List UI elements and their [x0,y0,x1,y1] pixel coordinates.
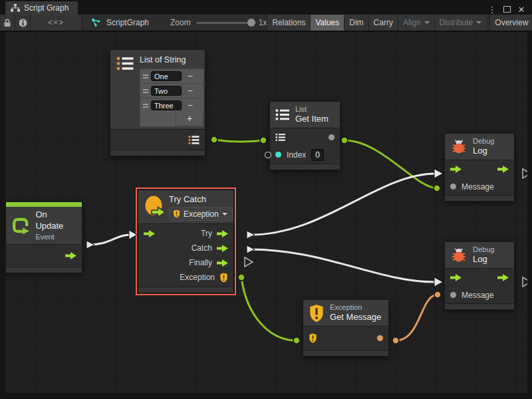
node-on-update[interactable]: On Update Event [5,201,82,273]
loop-event-icon [11,216,30,235]
list-item-row: Two − [140,84,203,98]
node-debug-log-top[interactable]: Debug Log Message [444,133,515,201]
chevron-down-icon [424,21,430,24]
node-body: Index 0 [270,128,340,164]
node-footer [303,350,388,356]
flow-row [445,269,514,287]
remove-item-button[interactable]: − [182,99,198,112]
remove-item-button[interactable]: − [182,84,198,98]
index-value-field[interactable]: 0 [311,149,324,161]
list-icon [275,108,290,121]
list-output-row [110,130,205,150]
tab-script-graph[interactable]: Script Graph [5,1,78,15]
tab-title: Script Graph [24,3,68,13]
unconnected-finally-port[interactable] [245,257,253,267]
wire-list-to-getitem [211,136,267,144]
info-icon [19,19,27,27]
unconnected-flow-port[interactable] [523,169,527,178]
list-input-port[interactable] [275,133,285,142]
relations-button[interactable]: Relations [267,15,310,31]
dim-button[interactable]: Dim [344,15,368,31]
unconnected-flow-port[interactable] [523,277,527,287]
node-title: Try Catch [169,194,206,204]
align-button[interactable]: Align [398,15,434,31]
lock-button[interactable] [0,15,15,31]
message-row: Message [445,178,514,195]
values-button[interactable]: Values [310,15,344,31]
list-output-port[interactable] [188,135,200,145]
flow-output-port[interactable] [497,274,509,281]
node-list-of-string[interactable]: List of String One − Two − Three [110,49,205,156]
message-input-port[interactable] [450,184,456,190]
node-get-message[interactable]: Exception Get Message [303,299,389,356]
exception-type-dropdown[interactable]: Exception [169,207,233,221]
node-header-text: Exception Get Message [330,303,381,323]
node-category: Exception [330,303,381,312]
finally-output-port[interactable] [217,259,228,267]
index-row: Index 0 [270,146,340,164]
message-output-port[interactable] [377,335,383,341]
window-controls: ⋮ ✕ [487,4,532,15]
toolbar-left-group: <×> [0,15,82,31]
node-body [110,130,205,150]
zoom-slider-handle[interactable] [247,19,255,27]
remove-item-button[interactable]: − [182,70,198,83]
exception-input-port[interactable] [309,333,317,343]
graph-canvas[interactable]: On Update Event Li [5,32,527,393]
drag-handle-icon[interactable] [140,74,151,78]
flow-input-port[interactable] [450,274,462,281]
flow-input-port[interactable] [144,230,155,239]
exception-output-port[interactable] [219,273,228,283]
drag-handle-icon[interactable] [140,89,151,93]
add-item-button[interactable]: + [176,112,203,126]
zoom-slider[interactable] [196,22,253,24]
index-label: Index [287,150,306,160]
node-title: Log [473,254,494,265]
code-preview-button[interactable]: <×> [31,15,82,31]
catch-port-row: Catch [138,241,233,255]
exception-label: Exception [180,273,215,282]
node-category: Debug [473,136,494,146]
try-output-port[interactable] [217,230,228,237]
node-try-catch[interactable]: Try Catch Exception Try [138,190,234,293]
wire-exception-to-getmessage [238,274,300,344]
list-icon [116,56,134,71]
drag-handle-icon[interactable] [140,104,151,108]
ports-row [303,327,388,350]
try-catch-icon [143,194,167,219]
message-input-port[interactable] [450,292,456,298]
script-graph-window: Script Graph ⋮ ✕ <×> [0,0,532,399]
graph-name[interactable]: ScriptGraph [106,18,149,27]
flow-input-port[interactable] [450,166,462,173]
zoom-control: Zoom 1x [170,18,267,27]
close-icon[interactable]: ✕ [516,4,527,15]
canvas-frame: On Update Event Li [0,32,532,399]
flow-output-port[interactable] [497,166,509,173]
flow-output-port[interactable] [65,252,76,259]
chevron-down-icon [476,21,481,24]
overview-button[interactable]: Overview [489,15,532,31]
list-item-field[interactable]: Three [151,100,182,110]
message-row: Message [445,287,514,303]
carry-button[interactable]: Carry [368,15,398,31]
exception-shield-icon [309,304,325,323]
wire-getmessage-to-debugbottom [392,291,441,344]
plus-row: + [140,112,203,126]
distribute-button[interactable]: Distribute [434,15,487,31]
item-output-port[interactable] [329,134,334,140]
list-item-field[interactable]: Two [151,86,182,96]
maximize-box [503,6,511,13]
script-graph-icon [91,18,101,27]
index-input-port[interactable] [275,152,281,158]
catch-output-port[interactable] [217,245,228,252]
node-body: Try Catch Finally [138,224,233,287]
toolbar-middle: ScriptGraph Zoom 1x [82,15,267,31]
node-get-item[interactable]: List Get Item Index 0 [269,101,340,170]
node-debug-log-bottom[interactable]: Debug Log Message [444,241,515,310]
maximize-icon[interactable] [501,4,512,15]
inspect-button[interactable] [15,15,31,31]
list-item-row: One − [140,69,203,84]
node-title: On Update [35,209,75,232]
list-item-field[interactable]: One [151,71,182,81]
window-menu-icon[interactable]: ⋮ [487,4,497,15]
